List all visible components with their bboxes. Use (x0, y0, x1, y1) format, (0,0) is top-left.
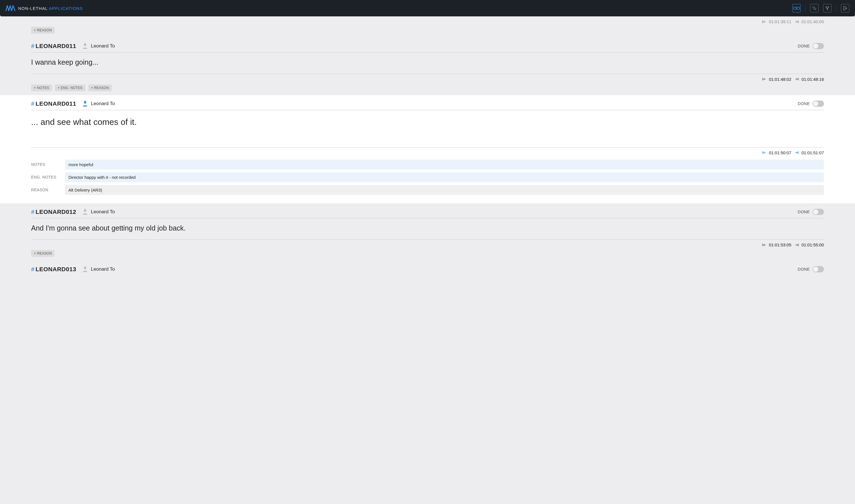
tc-out-icon (795, 151, 800, 154)
svg-rect-0 (793, 7, 796, 9)
tc-out-value: 01:01:48:16 (802, 77, 824, 82)
dialogue-text[interactable]: And I'm gonna see about getting my old j… (31, 218, 824, 239)
character-name[interactable]: Leonard To (91, 209, 115, 215)
brand-text-1: NON-LETHAL (18, 6, 48, 11)
person-icon (83, 43, 88, 49)
cue-id[interactable]: LEONARD013 (36, 266, 76, 273)
svg-rect-17 (84, 266, 86, 267)
done-label: DONE (798, 210, 810, 214)
meta-label-eng-notes: ENG. NOTES (31, 175, 65, 179)
done-label: DONE (798, 267, 810, 271)
add-reason-button[interactable]: + REASON (31, 250, 55, 257)
meta-row-notes: NOTES more hopeful (31, 160, 824, 169)
tc-out-group[interactable]: 01:01:48:16 (795, 77, 824, 82)
expand-icon[interactable] (810, 4, 819, 13)
filter-icon[interactable] (823, 4, 832, 13)
svg-point-16 (84, 267, 86, 269)
done-toggle[interactable] (813, 209, 824, 215)
tc-in-group[interactable]: 01:01:53:05 (762, 242, 791, 247)
svg-rect-1 (797, 7, 800, 9)
timecode-row: 01:01:53:05 01:01:55:00 (31, 239, 824, 250)
brand-logo (6, 5, 15, 11)
separator (836, 5, 836, 12)
character-name[interactable]: Leonard To (91, 266, 115, 272)
svg-rect-13 (84, 209, 86, 210)
meta-value-notes[interactable]: more hopeful (65, 160, 824, 169)
dialogue-text[interactable]: I wanna keep going... (31, 53, 824, 74)
tc-in-icon (762, 151, 767, 154)
hash-icon: # (31, 266, 35, 273)
done-toggle[interactable] (813, 43, 824, 49)
add-notes-button[interactable]: + NOTES (31, 85, 52, 91)
tc-out-group[interactable]: 01:01:51:07 (795, 150, 824, 155)
cue-id[interactable]: LEONARD011 (36, 43, 76, 50)
cue-record: # LEONARD013 Leonard To DONE (31, 261, 824, 273)
tc-out-group[interactable]: 01:01:40:05 (795, 19, 824, 24)
tc-out-value: 01:01:51:07 (802, 150, 824, 155)
svg-point-12 (84, 210, 86, 212)
done-toggle[interactable] (813, 266, 824, 272)
cue-header: # LEONARD011 Leonard To DONE (31, 100, 824, 110)
add-buttons-row: + REASON (31, 27, 824, 38)
cue-header: # LEONARD013 Leonard To DONE (31, 266, 824, 273)
cue-record: # LEONARD011 Leonard To DONE I wanna kee… (31, 38, 824, 95)
meta-label-notes: NOTES (31, 162, 65, 167)
tc-in-icon (762, 243, 767, 247)
tc-in-icon (762, 20, 767, 23)
cue-id[interactable]: LEONARD011 (36, 100, 76, 107)
cue-header: # LEONARD011 Leonard To DONE (31, 43, 824, 53)
meta-label-reason: REASON (31, 187, 65, 192)
meta-row-reason: REASON Alt Delivery (AR3) (31, 185, 824, 195)
tc-in-value: 01:01:48:02 (769, 77, 791, 82)
timecode-row: 01:01:50:07 01:01:51:07 (31, 147, 824, 158)
hash-icon: # (31, 209, 35, 215)
tc-in-value: 01:01:39:11 (769, 19, 791, 24)
topbar-actions (792, 4, 849, 13)
topbar: NON-LETHAL APPLICATIONS (0, 0, 855, 16)
tc-out-icon (795, 243, 800, 247)
add-eng-notes-button[interactable]: + ENG. NOTES (55, 85, 85, 91)
character-name[interactable]: Leonard To (91, 43, 115, 49)
svg-rect-9 (84, 101, 86, 102)
add-buttons-row: + REASON (31, 250, 824, 261)
tc-in-group[interactable]: 01:01:39:11 (762, 19, 791, 24)
add-reason-button[interactable]: + REASON (88, 85, 112, 91)
timecode-row: 01:01:39:11 01:01:40:05 (31, 16, 824, 27)
logout-icon[interactable] (841, 4, 849, 13)
brand: NON-LETHAL APPLICATIONS (6, 5, 83, 11)
brand-text-2: APPLICATIONS (49, 6, 83, 11)
tc-in-group[interactable]: 01:01:50:07 (762, 150, 791, 155)
svg-point-8 (84, 102, 86, 104)
person-icon (83, 266, 88, 272)
add-buttons-row: + NOTES + ENG. NOTES + REASON (31, 85, 824, 95)
cue-id[interactable]: LEONARD012 (36, 209, 76, 215)
tc-out-group[interactable]: 01:01:55:00 (795, 242, 824, 247)
hash-icon: # (31, 100, 35, 107)
add-reason-button[interactable]: + REASON (31, 27, 55, 34)
timecode-row: 01:01:48:02 01:01:48:16 (31, 74, 824, 85)
meta-value-eng-notes[interactable]: Director happy with it - not recorded (65, 172, 824, 182)
cue-record: # LEONARD012 Leonard To DONE And I'm gon… (31, 203, 824, 261)
meta-row-eng-notes: ENG. NOTES Director happy with it - not … (31, 172, 824, 182)
svg-point-4 (84, 44, 86, 46)
tc-in-value: 01:01:53:05 (769, 242, 791, 247)
tc-out-icon (795, 20, 800, 23)
tc-out-value: 01:01:55:00 (802, 242, 824, 247)
character-name[interactable]: Leonard To (91, 101, 115, 107)
tc-in-group[interactable]: 01:01:48:02 (762, 77, 791, 82)
cue-meta: NOTES more hopeful ENG. NOTES Director h… (31, 158, 824, 203)
cue-header: # LEONARD012 Leonard To DONE (31, 209, 824, 218)
dialogue-text[interactable]: ... and see what comes of it. (31, 110, 824, 147)
hash-icon: # (31, 43, 35, 50)
person-icon (83, 209, 88, 215)
done-label: DONE (798, 102, 810, 106)
svg-rect-5 (84, 43, 86, 44)
done-label: DONE (798, 44, 810, 48)
cue-record: 01:01:39:11 01:01:40:05 + REASON (31, 16, 824, 38)
done-toggle[interactable] (813, 101, 824, 107)
meta-value-reason[interactable]: Alt Delivery (AR3) (65, 185, 824, 195)
brand-text: NON-LETHAL APPLICATIONS (18, 6, 83, 11)
content: 01:01:39:11 01:01:40:05 + REASON # LEONA… (0, 16, 855, 284)
cue-record-selected: # LEONARD011 Leonard To DONE ... and see… (0, 95, 855, 203)
link-icon[interactable] (792, 4, 801, 13)
